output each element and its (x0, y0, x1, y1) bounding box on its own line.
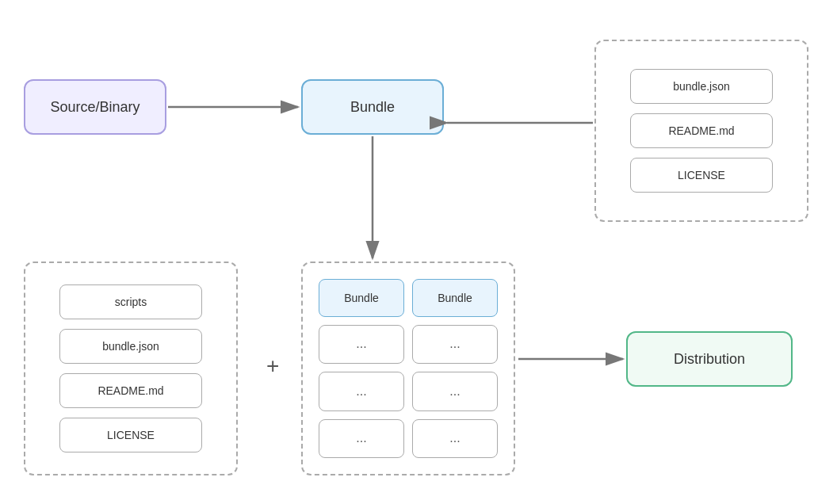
grid-dots-4: ... (412, 372, 498, 411)
grid-bundle-2: Bundle (412, 279, 498, 317)
item-readme-top: README.md (630, 113, 773, 148)
top-right-container: bundle.json README.md LICENSE (594, 40, 808, 222)
grid-dots-5: ... (319, 419, 404, 459)
item-license-bottom: LICENSE (59, 418, 202, 452)
grid-bundle-1: Bundle (319, 279, 404, 317)
plus-sign: + (266, 353, 279, 379)
grid-dots-1: ... (319, 325, 404, 365)
grid-dots-6: ... (412, 419, 498, 459)
distribution-box: Distribution (626, 331, 793, 387)
item-scripts: scripts (59, 284, 202, 319)
item-bundle-json-bottom: bundle.json (59, 329, 202, 364)
item-bundle-json-top: bundle.json (630, 69, 773, 104)
source-binary-box: Source/Binary (24, 79, 166, 135)
grid-dots-3: ... (319, 372, 404, 411)
item-license-top: LICENSE (630, 158, 773, 193)
item-readme-bottom: README.md (59, 373, 202, 408)
grid-dots-2: ... (412, 325, 498, 365)
bundle-main-box: Bundle (301, 79, 444, 135)
diagram-container: bundle.json README.md LICENSE Source/Bin… (0, 0, 837, 504)
bottom-center-container: Bundle Bundle ... ... ... ... ... (301, 262, 515, 475)
bottom-left-container: scripts bundle.json README.md LICENSE (24, 262, 238, 475)
